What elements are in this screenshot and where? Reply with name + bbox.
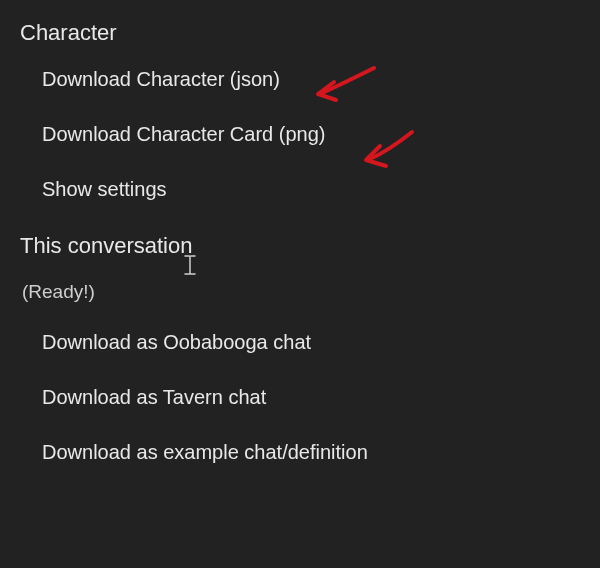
download-character-json[interactable]: Download Character (json) (20, 68, 600, 91)
download-character-card-png[interactable]: Download Character Card (png) (20, 123, 600, 146)
show-settings[interactable]: Show settings (20, 178, 600, 201)
download-example-chat-definition[interactable]: Download as example chat/definition (20, 441, 600, 464)
download-oobabooga-chat[interactable]: Download as Oobabooga chat (20, 331, 600, 354)
conversation-section-header: This conversation (20, 233, 600, 259)
download-tavern-chat[interactable]: Download as Tavern chat (20, 386, 600, 409)
conversation-status: (Ready!) (20, 281, 600, 303)
character-section-header: Character (20, 20, 600, 46)
